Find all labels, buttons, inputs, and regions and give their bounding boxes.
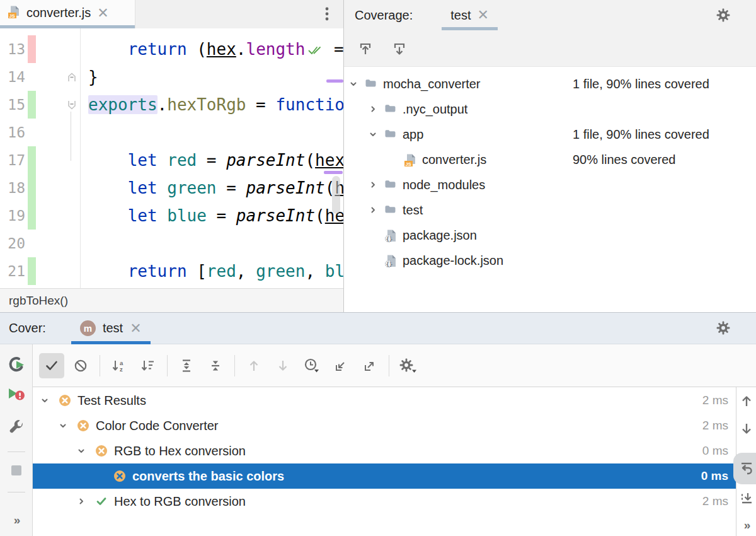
coverage-tree-row-package-lock.json[interactable]: {}package-lock.json — [344, 248, 756, 273]
export-results-button[interactable] — [357, 353, 382, 378]
rerun-button[interactable] — [0, 356, 33, 373]
code-line[interactable]: return [red, green, blue — [88, 257, 343, 285]
rerun-failed-button[interactable] — [0, 386, 33, 402]
coverage-uncovered-marker[interactable] — [28, 35, 36, 63]
up-icon — [739, 393, 754, 409]
code-token: = — [246, 95, 275, 114]
fold-marker-icon[interactable] — [66, 71, 78, 86]
coverage-tree-row-app[interactable]: app1 file, 90% lines covered — [344, 122, 756, 147]
coverage-covered-marker[interactable] — [28, 91, 36, 119]
down-button[interactable] — [736, 421, 756, 436]
chevron-down-icon[interactable] — [58, 421, 68, 431]
gear-icon[interactable] — [713, 5, 733, 25]
tree-item-label: node_modules — [403, 172, 485, 197]
chevron-down-icon[interactable] — [40, 395, 50, 405]
code-token: red — [167, 151, 197, 170]
kebab-menu-icon[interactable] — [319, 6, 335, 25]
pill-rerun-button[interactable] — [736, 460, 756, 475]
code-line[interactable]: return (hex.length = — [88, 35, 343, 63]
up-button[interactable] — [736, 393, 756, 409]
wrench-button[interactable] — [0, 419, 33, 436]
svg-text:a: a — [120, 359, 123, 366]
code-line[interactable]: let red = parseInt(hex — [88, 146, 343, 174]
wrench-icon — [8, 419, 25, 436]
bracket-arrow-up-button[interactable] — [355, 38, 375, 59]
code-line[interactable]: let green = parseInt(hex — [88, 174, 343, 202]
chevron-down-icon[interactable] — [76, 446, 86, 456]
breadcrumb[interactable]: rgbToHex() — [9, 294, 68, 308]
coverage-covered-marker[interactable] — [28, 174, 36, 202]
test-row-converts-the-basic-colors[interactable]: converts the basic colors0 ms — [33, 463, 736, 489]
code-editor[interactable]: 131415161718192021 return (hex.length =}… — [0, 28, 343, 288]
code-token: , — [305, 262, 324, 281]
coverage-tree-row-.nyc_output[interactable]: .nyc_output — [344, 96, 756, 122]
coverage-covered-marker[interactable] — [28, 146, 36, 174]
fold-marker-icon[interactable] — [66, 99, 78, 114]
collapse-all-button[interactable] — [203, 353, 228, 378]
prev-failed-button[interactable] — [241, 353, 266, 378]
test-row-hex-to-rgb-conversion[interactable]: Hex to RGB conversion2 ms — [33, 489, 736, 514]
editor-scrollbar-thumb[interactable] — [332, 176, 340, 214]
coverage-covered-marker[interactable] — [28, 257, 36, 285]
chevron-right-icon[interactable] — [368, 180, 378, 190]
code-token: , — [236, 262, 256, 281]
coverage-tree: mocha_converter1 file, 90% lines covered… — [344, 67, 756, 312]
coverage-tree-row-mocha_converter[interactable]: mocha_converter1 file, 90% lines covered — [344, 71, 756, 96]
breadcrumb-bar: rgbToHex() — [0, 288, 343, 312]
test-name: Hex to RGB conversion — [114, 489, 246, 514]
code-token: parseInt — [246, 178, 325, 197]
expand-all-button[interactable] — [174, 353, 199, 378]
more-options-icon[interactable]: ›› — [0, 513, 33, 527]
stop-button[interactable] — [0, 463, 33, 478]
tree-item-label: package.json — [403, 223, 477, 248]
test-nav-strip: ›› — [736, 387, 756, 536]
import-results-button[interactable] — [328, 353, 353, 378]
code-line[interactable]: let blue = parseInt(hex — [88, 202, 343, 230]
test-passed-inlay-icon[interactable] — [307, 44, 321, 57]
folder-icon — [384, 128, 396, 139]
scroll-end-button[interactable] — [736, 491, 756, 506]
test-row-color-code-converter[interactable]: Color Code Converter2 ms — [33, 413, 736, 438]
close-icon[interactable]: ✕ — [97, 7, 108, 20]
code-line[interactable]: } — [88, 63, 98, 91]
coverage-tree-row-test[interactable]: test — [344, 197, 756, 223]
coverage-tree-row-node_modules[interactable]: node_modules — [344, 172, 756, 197]
show-passed-button[interactable] — [39, 353, 64, 378]
chevron-right-icon[interactable] — [368, 205, 378, 215]
code-token: ( — [315, 206, 325, 225]
chevron-right-icon[interactable] — [368, 104, 378, 114]
gutter-row: 21 — [0, 257, 80, 285]
more-options-icon[interactable]: ›› — [736, 518, 756, 532]
gutter-divider — [80, 28, 81, 288]
sort-duration-icon — [140, 358, 156, 373]
chevron-right-icon[interactable] — [76, 496, 86, 506]
sort-duration-button[interactable] — [135, 353, 161, 378]
code-line[interactable]: exports.hexToRgb = function( — [88, 91, 343, 119]
coverage-title: Coverage: — [355, 8, 413, 23]
show-ignored-button[interactable] — [68, 353, 93, 378]
cover-tab-underline — [71, 341, 151, 344]
bracket-arrow-down-button[interactable] — [389, 38, 410, 59]
coverage-tab-test[interactable]: test ✕ — [442, 0, 498, 30]
test-row-test-results[interactable]: Test Results2 ms — [33, 388, 736, 413]
close-icon[interactable]: ✕ — [478, 9, 489, 21]
tab-converter-js[interactable]: JS converter.js ✕ — [0, 0, 135, 28]
code-token: return — [128, 40, 187, 59]
down-icon — [739, 421, 754, 436]
tree-item-label: .nyc_output — [403, 96, 467, 122]
settings-button[interactable] — [396, 353, 421, 378]
chevron-down-icon[interactable] — [368, 129, 378, 139]
history-button[interactable] — [299, 353, 324, 378]
gear-icon[interactable] — [713, 318, 733, 338]
chevron-down-icon[interactable] — [348, 79, 358, 89]
coverage-covered-marker[interactable] — [28, 202, 36, 230]
mocha-icon: m — [80, 320, 96, 336]
coverage-tree-row-converter.js[interactable]: JSconverter.js90% lines covered — [344, 147, 756, 172]
test-row-rgb-to-hex-conversion[interactable]: RGB to Hex conversion0 ms — [33, 438, 736, 463]
cover-tab-test[interactable]: m test ✕ — [71, 313, 151, 344]
coverage-tree-row-package.json[interactable]: {}package.json — [344, 223, 756, 248]
sort-alpha-button[interactable]: az — [106, 353, 132, 378]
next-failed-button[interactable] — [270, 353, 295, 378]
test-toolbar: az — [33, 344, 756, 387]
close-icon[interactable]: ✕ — [130, 322, 141, 335]
